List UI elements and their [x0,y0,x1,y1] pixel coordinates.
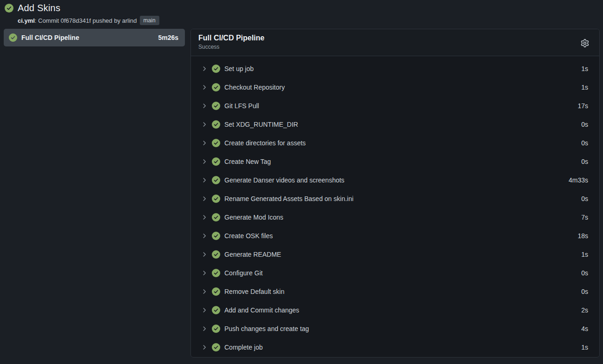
commit-prefix: : Commit [35,17,61,24]
run-header: Add Skins ci.yml: Commit 0f678d341f push… [5,3,159,25]
step-row[interactable]: Create New Tag 0s [191,152,599,171]
step-duration: 0s [581,288,588,295]
chevron-right-icon [201,158,208,165]
step-name: Set XDG_RUNTIME_DIR [224,121,298,128]
chevron-right-icon [201,325,208,332]
step-name: Create OSK files [224,232,273,240]
check-circle-icon [212,157,220,166]
step-duration: 17s [577,102,588,110]
gear-icon[interactable] [580,39,590,48]
step-row[interactable]: Git LFS Pull 17s [191,97,599,115]
step-name: Add and Commit changes [224,306,299,314]
chevron-right-icon [201,121,208,128]
step-name: Generate Mod Icons [224,214,283,221]
actions-run-page: { "colors": { "page_bg": "#1b1f25", "pan… [0,0,603,364]
step-name: Checkout Repository [224,84,285,91]
steps-list: Set up job 1s Checkout Repository 1s [191,56,599,357]
step-row[interactable]: Remove Default skin 0s [191,282,599,301]
step-row[interactable]: Generate Mod Icons 7s [191,208,599,227]
chevron-right-icon [201,140,208,146]
step-name: Generate README [224,251,281,258]
step-row[interactable]: Push changes and create tag 4s [191,319,599,338]
step-duration: 1s [581,251,588,258]
step-duration: 1s [581,65,588,72]
check-circle-icon [212,65,220,73]
check-circle-icon [212,269,220,277]
step-name: Configure Git [224,269,262,277]
step-duration: 0s [581,139,588,147]
step-name: Complete job [224,344,263,351]
step-duration: 2s [581,306,588,314]
branch-badge[interactable]: main [140,16,159,25]
step-duration: 18s [577,232,588,240]
chevron-right-icon [201,65,208,72]
chevron-right-icon [201,344,208,351]
chevron-right-icon [201,195,208,202]
job-duration: 5m26s [158,34,178,41]
step-duration: 0s [581,158,588,165]
check-circle-icon [212,250,220,259]
step-row[interactable]: Generate Danser videos and screenshots 4… [191,171,599,189]
step-row[interactable]: Add and Commit changes 2s [191,301,599,319]
workflow-file: ci.yml [18,17,35,24]
job-status-check-circle-icon [9,33,17,42]
check-circle-icon [212,306,220,314]
step-duration: 4m33s [569,176,588,184]
commit-suffix: pushed by arlind [91,17,137,24]
step-duration: 4s [581,325,588,332]
job-detail-title: Full CI/CD Pipeline [198,34,592,42]
step-row[interactable]: Set XDG_RUNTIME_DIR 0s [191,115,599,134]
step-name: Rename Generated Assets Based on skin.in… [224,195,354,202]
chevron-right-icon [201,307,208,313]
step-row[interactable]: Checkout Repository 1s [191,78,599,97]
check-circle-icon [212,120,220,129]
chevron-right-icon [201,288,208,295]
chevron-right-icon [201,103,208,109]
step-name: Git LFS Pull [224,102,259,110]
step-row[interactable]: Create directories for assets 0s [191,134,599,152]
check-circle-icon [212,287,220,296]
check-circle-icon [212,139,220,147]
check-circle-icon [212,232,220,240]
chevron-right-icon [201,214,208,221]
step-name: Remove Default skin [224,288,284,295]
step-name: Create directories for assets [224,139,306,147]
run-status-check-circle-icon [5,4,13,13]
chevron-right-icon [201,233,208,239]
check-circle-icon [212,343,220,351]
run-subtitle: ci.yml: Commit 0f678d341f pushed by arli… [18,16,159,25]
step-duration: 0s [581,121,588,128]
chevron-right-icon [201,270,208,276]
chevron-right-icon [201,177,208,183]
job-detail-panel: Full CI/CD Pipeline Success Set up job 1… [190,29,600,358]
job-status-text: Success [198,44,592,50]
chevron-right-icon [201,251,208,258]
sidebar-job-full-cicd-pipeline[interactable]: Full CI/CD Pipeline 5m26s [4,29,185,46]
step-duration: 1s [581,344,588,351]
check-circle-icon [212,83,220,91]
check-circle-icon [212,102,220,110]
commit-hash[interactable]: 0f678d341f [60,17,91,24]
step-row[interactable]: Generate README 1s [191,245,599,264]
step-duration: 1s [581,84,588,91]
check-circle-icon [212,213,220,221]
step-row[interactable]: Complete job 1s [191,338,599,357]
step-duration: 0s [581,195,588,202]
step-name: Push changes and create tag [224,325,309,332]
step-name: Set up job [224,65,254,72]
step-row[interactable]: Create OSK files 18s [191,227,599,245]
step-row[interactable]: Rename Generated Assets Based on skin.in… [191,189,599,208]
step-row[interactable]: Set up job 1s [191,59,599,78]
job-label: Full CI/CD Pipeline [21,34,79,41]
step-duration: 0s [581,269,588,277]
step-name: Create New Tag [224,158,271,165]
step-row[interactable]: Configure Git 0s [191,264,599,282]
check-circle-icon [212,176,220,184]
step-duration: 7s [581,214,588,221]
chevron-right-icon [201,84,208,91]
run-title: Add Skins [18,3,60,13]
job-detail-header: Full CI/CD Pipeline Success [191,29,599,56]
check-circle-icon [212,325,220,333]
step-name: Generate Danser videos and screenshots [224,176,344,184]
check-circle-icon [212,195,220,203]
